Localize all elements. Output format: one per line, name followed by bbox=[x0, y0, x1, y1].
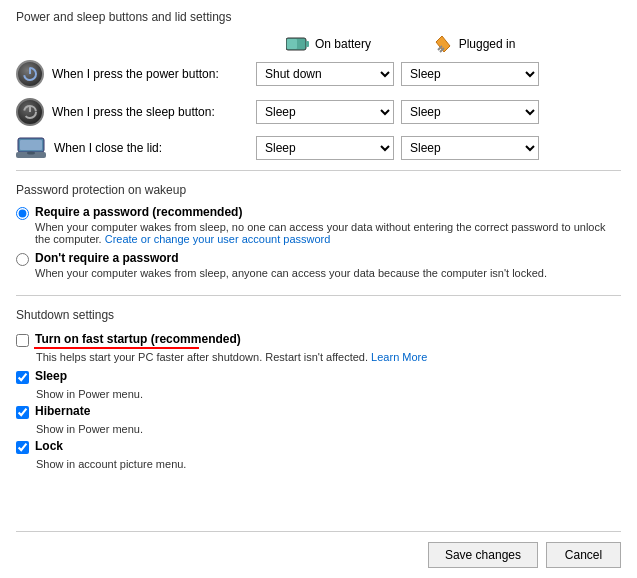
plugged-label: Plugged in bbox=[459, 37, 516, 51]
sleep-sub: Show in Power menu. bbox=[36, 388, 621, 400]
divider-2 bbox=[16, 295, 621, 296]
hibernate-sub: Show in Power menu. bbox=[36, 423, 621, 435]
require-password-radio[interactable] bbox=[16, 207, 29, 220]
shutdown-title: Shutdown settings bbox=[16, 308, 621, 324]
sleep-icon-svg bbox=[22, 104, 38, 120]
sleep-button-text: When I press the sleep button: bbox=[52, 105, 215, 119]
lid-text: When I close the lid: bbox=[54, 141, 162, 155]
power-icon-svg bbox=[22, 66, 38, 82]
save-button[interactable]: Save changes bbox=[428, 542, 538, 568]
sleep-checkbox[interactable] bbox=[16, 371, 29, 384]
hibernate-checkbox[interactable] bbox=[16, 406, 29, 419]
sleep-checkbox-row: Sleep bbox=[16, 369, 621, 384]
lid-plugged-select[interactable]: Do nothing Sleep Hibernate Shut down Tur… bbox=[401, 136, 539, 160]
fast-startup-checkbox-row: Turn on fast startup (recommended) bbox=[16, 332, 621, 347]
require-password-desc: When your computer wakes from sleep, no … bbox=[35, 221, 621, 245]
power-button-icon bbox=[16, 60, 44, 88]
lid-label: When I close the lid: bbox=[16, 136, 256, 160]
password-section: Password protection on wakeup Require a … bbox=[16, 183, 621, 285]
password-title: Password protection on wakeup bbox=[16, 183, 621, 199]
no-password-option: Don't require a password When your compu… bbox=[16, 251, 621, 279]
no-password-label: Don't require a password bbox=[35, 251, 547, 265]
sleep-button-icon bbox=[16, 98, 44, 126]
sleep-button-label: When I press the sleep button: bbox=[16, 98, 256, 126]
lock-checkbox-row: Lock bbox=[16, 439, 621, 454]
learn-more-link[interactable]: Learn More bbox=[371, 351, 427, 363]
svg-rect-11 bbox=[20, 140, 42, 150]
svg-rect-2 bbox=[287, 39, 297, 49]
power-sleep-title: Power and sleep buttons and lid settings bbox=[16, 10, 621, 26]
power-button-label: When I press the power button: bbox=[16, 60, 256, 88]
fast-startup-checkbox[interactable] bbox=[16, 334, 29, 347]
svg-rect-1 bbox=[306, 41, 309, 47]
sleep-battery-select[interactable]: Do nothing Sleep Hibernate Shut down Tur… bbox=[256, 100, 394, 124]
divider-1 bbox=[16, 170, 621, 171]
plugin-icon bbox=[432, 34, 454, 54]
sleep-plugged-select[interactable]: Do nothing Sleep Hibernate Shut down Tur… bbox=[401, 100, 539, 124]
power-plugged-select[interactable]: Do nothing Sleep Hibernate Shut down Tur… bbox=[401, 62, 539, 86]
no-password-radio[interactable] bbox=[16, 253, 29, 266]
sleep-shutdown-label[interactable]: Sleep bbox=[35, 369, 67, 383]
battery-header: On battery bbox=[256, 36, 401, 52]
hibernate-checkbox-row: Hibernate bbox=[16, 404, 621, 419]
power-header: On battery Plugged in bbox=[16, 34, 621, 54]
lock-label[interactable]: Lock bbox=[35, 439, 63, 453]
change-password-link[interactable]: Create or change your user account passw… bbox=[105, 233, 331, 245]
lock-checkbox[interactable] bbox=[16, 441, 29, 454]
battery-icon bbox=[286, 36, 310, 52]
require-password-option: Require a password (recommended) When yo… bbox=[16, 205, 621, 245]
fast-startup-row: Turn on fast startup (recommended) This … bbox=[16, 332, 621, 363]
require-password-label: Require a password (recommended) bbox=[35, 205, 621, 219]
no-password-desc: When your computer wakes from sleep, any… bbox=[35, 267, 547, 279]
main-container: Power and sleep buttons and lid settings… bbox=[0, 0, 637, 578]
svg-point-13 bbox=[27, 152, 35, 155]
lid-icon-svg bbox=[16, 136, 46, 160]
cancel-button[interactable]: Cancel bbox=[546, 542, 621, 568]
lid-battery-select[interactable]: Do nothing Sleep Hibernate Shut down Tur… bbox=[256, 136, 394, 160]
plugged-header: Plugged in bbox=[401, 34, 546, 54]
hibernate-label[interactable]: Hibernate bbox=[35, 404, 90, 418]
lid-icon bbox=[16, 136, 46, 160]
power-button-text: When I press the power button: bbox=[52, 67, 219, 81]
power-battery-select[interactable]: Do nothing Sleep Hibernate Shut down Tur… bbox=[256, 62, 394, 86]
fast-startup-label[interactable]: Turn on fast startup (recommended) bbox=[35, 332, 241, 346]
footer: Save changes Cancel bbox=[16, 531, 621, 568]
shutdown-section: Shutdown settings Turn on fast startup (… bbox=[16, 308, 621, 474]
fast-startup-desc: This helps start your PC faster after sh… bbox=[36, 351, 621, 363]
lock-sub: Show in account picture menu. bbox=[36, 458, 621, 470]
power-rows: When I press the power button: Do nothin… bbox=[16, 60, 621, 160]
battery-label: On battery bbox=[315, 37, 371, 51]
